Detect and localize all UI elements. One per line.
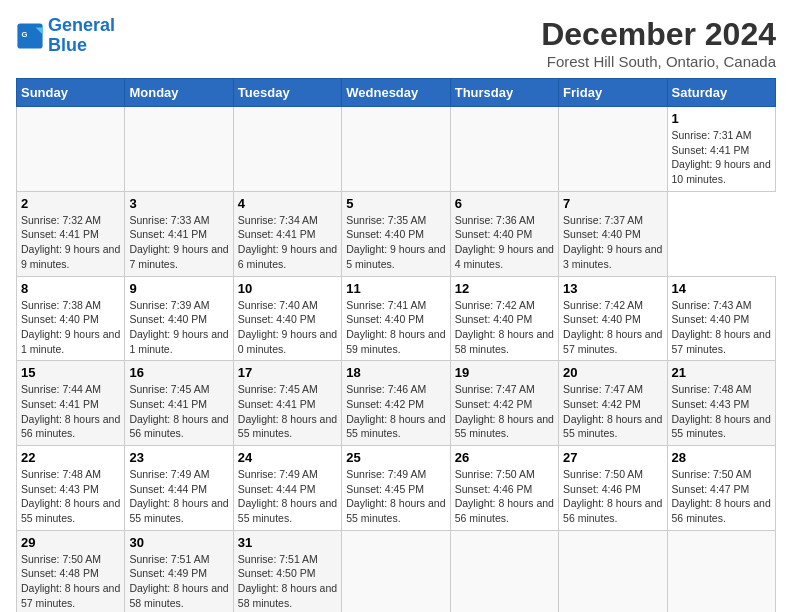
- logo-line2: Blue: [48, 35, 87, 55]
- logo-icon: G: [16, 22, 44, 50]
- table-row: 16Sunrise: 7:45 AMSunset: 4:41 PMDayligh…: [125, 361, 233, 446]
- table-row: 17Sunrise: 7:45 AMSunset: 4:41 PMDayligh…: [233, 361, 341, 446]
- table-row: 25Sunrise: 7:49 AMSunset: 4:45 PMDayligh…: [342, 446, 450, 531]
- table-row: 1Sunrise: 7:31 AMSunset: 4:41 PMDaylight…: [667, 107, 775, 192]
- table-row: 9Sunrise: 7:39 AMSunset: 4:40 PMDaylight…: [125, 276, 233, 361]
- header-tuesday: Tuesday: [233, 79, 341, 107]
- empty-cell: [125, 107, 233, 192]
- table-row: 11Sunrise: 7:41 AMSunset: 4:40 PMDayligh…: [342, 276, 450, 361]
- table-row: 26Sunrise: 7:50 AMSunset: 4:46 PMDayligh…: [450, 446, 558, 531]
- empty-cell: [233, 107, 341, 192]
- table-row: [667, 530, 775, 612]
- empty-cell: [450, 107, 558, 192]
- table-row: 4Sunrise: 7:34 AMSunset: 4:41 PMDaylight…: [233, 191, 341, 276]
- table-row: [559, 530, 667, 612]
- main-title: December 2024: [541, 16, 776, 53]
- table-row: 24Sunrise: 7:49 AMSunset: 4:44 PMDayligh…: [233, 446, 341, 531]
- header-sunday: Sunday: [17, 79, 125, 107]
- logo-line1: General: [48, 15, 115, 35]
- svg-text:G: G: [22, 30, 28, 39]
- header-saturday: Saturday: [667, 79, 775, 107]
- table-row: 20Sunrise: 7:47 AMSunset: 4:42 PMDayligh…: [559, 361, 667, 446]
- table-row: 8Sunrise: 7:38 AMSunset: 4:40 PMDaylight…: [17, 276, 125, 361]
- calendar-body: 1Sunrise: 7:31 AMSunset: 4:41 PMDaylight…: [17, 107, 776, 613]
- table-row: 2Sunrise: 7:32 AMSunset: 4:41 PMDaylight…: [17, 191, 125, 276]
- logo-text: General Blue: [48, 16, 115, 56]
- table-row: 29Sunrise: 7:50 AMSunset: 4:48 PMDayligh…: [17, 530, 125, 612]
- table-row: [450, 530, 558, 612]
- table-row: 30Sunrise: 7:51 AMSunset: 4:49 PMDayligh…: [125, 530, 233, 612]
- calendar-header: Sunday Monday Tuesday Wednesday Thursday…: [17, 79, 776, 107]
- table-row: 14Sunrise: 7:43 AMSunset: 4:40 PMDayligh…: [667, 276, 775, 361]
- table-row: 28Sunrise: 7:50 AMSunset: 4:47 PMDayligh…: [667, 446, 775, 531]
- table-row: 19Sunrise: 7:47 AMSunset: 4:42 PMDayligh…: [450, 361, 558, 446]
- logo: G General Blue: [16, 16, 115, 56]
- calendar-table: Sunday Monday Tuesday Wednesday Thursday…: [16, 78, 776, 612]
- table-row: 13Sunrise: 7:42 AMSunset: 4:40 PMDayligh…: [559, 276, 667, 361]
- table-row: 6Sunrise: 7:36 AMSunset: 4:40 PMDaylight…: [450, 191, 558, 276]
- table-row: 3Sunrise: 7:33 AMSunset: 4:41 PMDaylight…: [125, 191, 233, 276]
- header-friday: Friday: [559, 79, 667, 107]
- table-row: 15Sunrise: 7:44 AMSunset: 4:41 PMDayligh…: [17, 361, 125, 446]
- header-thursday: Thursday: [450, 79, 558, 107]
- table-row: 12Sunrise: 7:42 AMSunset: 4:40 PMDayligh…: [450, 276, 558, 361]
- subtitle: Forest Hill South, Ontario, Canada: [541, 53, 776, 70]
- table-row: 22Sunrise: 7:48 AMSunset: 4:43 PMDayligh…: [17, 446, 125, 531]
- table-row: 10Sunrise: 7:40 AMSunset: 4:40 PMDayligh…: [233, 276, 341, 361]
- table-row: 21Sunrise: 7:48 AMSunset: 4:43 PMDayligh…: [667, 361, 775, 446]
- empty-cell: [559, 107, 667, 192]
- header-monday: Monday: [125, 79, 233, 107]
- table-row: 27Sunrise: 7:50 AMSunset: 4:46 PMDayligh…: [559, 446, 667, 531]
- empty-cell: [342, 107, 450, 192]
- table-row: 5Sunrise: 7:35 AMSunset: 4:40 PMDaylight…: [342, 191, 450, 276]
- table-row: 18Sunrise: 7:46 AMSunset: 4:42 PMDayligh…: [342, 361, 450, 446]
- title-area: December 2024 Forest Hill South, Ontario…: [541, 16, 776, 70]
- table-row: 31Sunrise: 7:51 AMSunset: 4:50 PMDayligh…: [233, 530, 341, 612]
- header-wednesday: Wednesday: [342, 79, 450, 107]
- empty-cell: [17, 107, 125, 192]
- table-row: 23Sunrise: 7:49 AMSunset: 4:44 PMDayligh…: [125, 446, 233, 531]
- table-row: [342, 530, 450, 612]
- header: G General Blue December 2024 Forest Hill…: [16, 16, 776, 70]
- table-row: 7Sunrise: 7:37 AMSunset: 4:40 PMDaylight…: [559, 191, 667, 276]
